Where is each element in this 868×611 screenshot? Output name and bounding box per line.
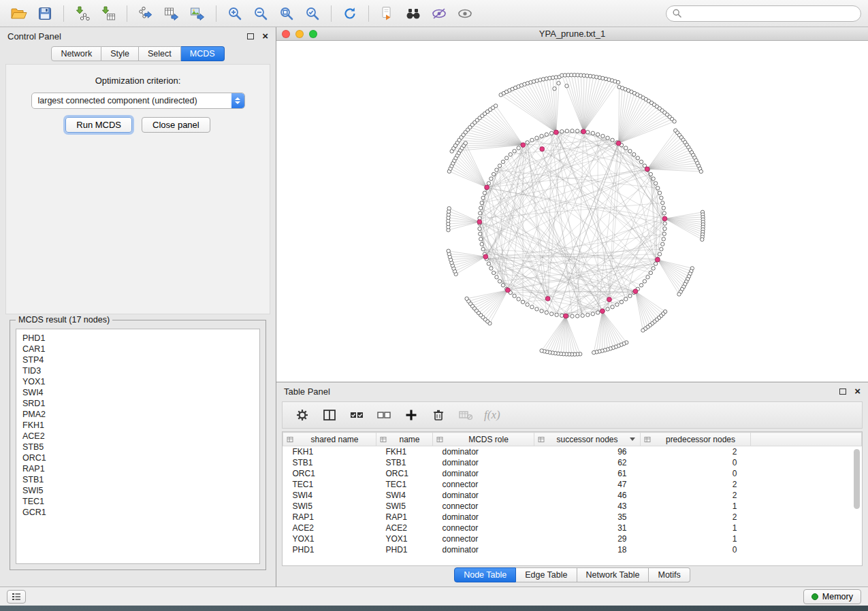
table-cell[interactable]: RAP1: [283, 512, 376, 523]
table-cell[interactable]: FKH1: [283, 446, 376, 457]
mcds-result-list[interactable]: PHD1CAR1STP4TID3YOX1SWI4SRD1PMA2FKH1ACE2…: [16, 329, 260, 564]
maximize-window-icon[interactable]: [309, 30, 317, 38]
mcds-result-item[interactable]: STB1: [22, 474, 253, 485]
table-cell[interactable]: RAP1: [376, 512, 433, 523]
zoom-selected-button[interactable]: [300, 3, 325, 24]
float-panel-icon[interactable]: [247, 33, 254, 39]
mcds-result-item[interactable]: STB5: [22, 442, 253, 452]
optimization-criterion-select[interactable]: largest connected component (undirected): [31, 93, 245, 109]
table-cell[interactable]: connector: [433, 479, 534, 490]
table-cell[interactable]: 43: [534, 501, 641, 512]
network-window-titlebar[interactable]: YPA_prune.txt_1: [276, 27, 868, 41]
mcds-result-item[interactable]: PHD1: [22, 333, 253, 344]
table-cell[interactable]: STB1: [376, 457, 433, 468]
table-cell[interactable]: 1: [641, 533, 751, 544]
table-row[interactable]: TEC1TEC1connector472: [283, 479, 862, 490]
refresh-button[interactable]: [338, 3, 362, 24]
table-cell[interactable]: TEC1: [376, 479, 433, 490]
mcds-result-item[interactable]: STP4: [22, 354, 253, 365]
table-cell[interactable]: FKH1: [376, 446, 433, 457]
tab-network[interactable]: Network: [51, 46, 101, 61]
table-cell[interactable]: SWI4: [283, 490, 376, 501]
tab-motifs[interactable]: Motifs: [649, 567, 690, 582]
share-document-button[interactable]: [375, 3, 400, 24]
hide-details-button[interactable]: [427, 3, 451, 24]
mcds-result-item[interactable]: ORC1: [22, 452, 253, 463]
close-window-icon[interactable]: [282, 30, 290, 38]
function-builder-button[interactable]: f(x): [484, 408, 500, 422]
zoom-fit-button[interactable]: [274, 3, 299, 24]
close-table-panel-icon[interactable]: ×: [854, 388, 861, 395]
table-row[interactable]: FKH1FKH1dominator962: [283, 446, 862, 457]
memory-button[interactable]: Memory: [803, 589, 861, 604]
mcds-result-item[interactable]: RAP1: [22, 463, 253, 474]
tab-edge-table[interactable]: Edge Table: [516, 567, 577, 582]
table-cell[interactable]: SWI5: [376, 501, 433, 512]
table-cell[interactable]: ACE2: [376, 523, 433, 533]
tab-style[interactable]: Style: [101, 46, 139, 61]
zoom-out-button[interactable]: [248, 3, 273, 24]
table-cell[interactable]: YOX1: [283, 533, 376, 544]
table-settings-button[interactable]: [291, 405, 314, 425]
table-cell[interactable]: 62: [534, 457, 641, 468]
search-input[interactable]: [686, 9, 854, 18]
table-vertical-scrollbar[interactable]: [854, 448, 861, 563]
column-header-shared-name[interactable]: shared name: [283, 433, 376, 446]
table-cell[interactable]: 2: [641, 490, 751, 501]
mcds-result-item[interactable]: TEC1: [22, 496, 253, 507]
deselect-all-rows-button[interactable]: [372, 405, 396, 425]
table-cell[interactable]: connector: [433, 533, 534, 544]
table-cell[interactable]: SWI5: [283, 501, 376, 512]
mcds-result-item[interactable]: ACE2: [22, 431, 253, 442]
delete-column-button[interactable]: [427, 405, 450, 425]
show-details-button[interactable]: [453, 3, 477, 24]
table-cell[interactable]: dominator: [433, 457, 534, 468]
mcds-result-item[interactable]: YOX1: [22, 376, 253, 387]
table-row[interactable]: STB1STB1dominator620: [283, 457, 862, 468]
scrollbar-thumb[interactable]: [854, 449, 860, 509]
table-cell[interactable]: connector: [433, 501, 534, 512]
table-cell[interactable]: 1: [641, 501, 751, 512]
table-cell[interactable]: 1: [641, 523, 751, 533]
table-cell[interactable]: connector: [433, 523, 534, 533]
table-cell[interactable]: 47: [534, 479, 641, 490]
mcds-result-item[interactable]: GCR1: [22, 507, 253, 518]
tab-node-table[interactable]: Node Table: [454, 567, 516, 582]
mcds-result-item[interactable]: SRD1: [22, 398, 253, 409]
network-graph[interactable]: [276, 41, 868, 382]
table-cell[interactable]: ORC1: [283, 468, 376, 479]
table-cell[interactable]: ACE2: [283, 523, 376, 533]
table-row[interactable]: SWI5SWI5connector431: [283, 501, 862, 512]
table-cell[interactable]: 46: [534, 490, 641, 501]
table-cell[interactable]: 31: [534, 523, 641, 533]
table-cell[interactable]: dominator: [433, 468, 534, 479]
table-cell[interactable]: 18: [534, 544, 641, 555]
column-header-predecessor-nodes[interactable]: predecessor nodes: [641, 433, 751, 446]
tab-select[interactable]: Select: [139, 46, 181, 61]
table-cell[interactable]: YOX1: [376, 533, 433, 544]
close-panel-button[interactable]: Close panel: [142, 117, 210, 133]
table-cell[interactable]: PHD1: [283, 544, 376, 555]
table-cell[interactable]: 2: [641, 512, 751, 523]
table-cell[interactable]: PHD1: [376, 544, 433, 555]
mcds-result-item[interactable]: PMA2: [22, 409, 253, 420]
table-cell[interactable]: 61: [534, 468, 641, 479]
select-all-rows-button[interactable]: [345, 405, 368, 425]
table-cell[interactable]: 0: [641, 468, 751, 479]
table-cell[interactable]: 0: [641, 544, 751, 555]
export-image-button[interactable]: [185, 3, 210, 24]
table-row[interactable]: PHD1PHD1dominator180: [283, 544, 862, 555]
table-cell[interactable]: dominator: [433, 544, 534, 555]
close-panel-icon[interactable]: ×: [262, 33, 268, 39]
save-session-button[interactable]: [33, 3, 57, 24]
mcds-result-item[interactable]: TID3: [22, 365, 253, 376]
table-row[interactable]: YOX1YOX1connector291: [283, 533, 862, 544]
mcds-result-item[interactable]: SWI4: [22, 387, 253, 398]
table-row[interactable]: ORC1ORC1dominator610: [283, 468, 862, 479]
table-cell[interactable]: 29: [534, 533, 641, 544]
tab-mcds[interactable]: MCDS: [181, 46, 225, 61]
float-table-panel-icon[interactable]: [839, 389, 846, 395]
delete-table-button-disabled[interactable]: [454, 405, 477, 425]
table-cell[interactable]: 0: [641, 457, 751, 468]
column-header-name[interactable]: name: [376, 433, 433, 446]
